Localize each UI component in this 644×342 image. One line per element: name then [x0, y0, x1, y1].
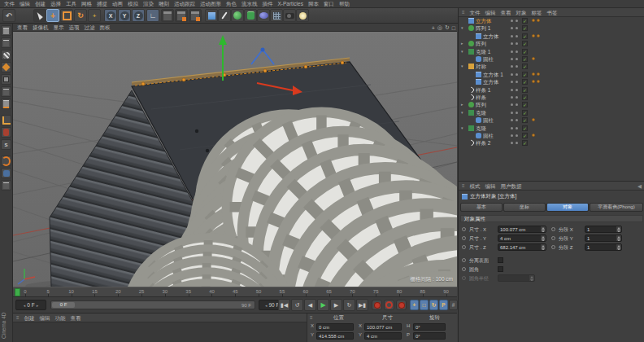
size-x-input[interactable]: 100.077 cm — [498, 226, 546, 233]
object-label[interactable]: 对称 — [476, 63, 486, 70]
animation-dot[interactable] — [551, 227, 555, 231]
prev-frame-button[interactable]: ◀ — [304, 299, 316, 311]
menu-item[interactable]: 编辑 — [20, 0, 30, 7]
size-y-input[interactable]: 4 cm — [498, 235, 546, 242]
segments-x-input[interactable]: 1 — [585, 226, 622, 233]
coordinate-system-button[interactable]: ∟ — [146, 9, 159, 22]
object-label[interactable]: 阵列 — [476, 40, 486, 47]
object-row[interactable]: ▾对称✓ — [459, 63, 644, 70]
editor-visibility-dot[interactable] — [511, 35, 513, 37]
spinner[interactable] — [540, 226, 546, 232]
expand-icon[interactable]: ▾ — [461, 49, 463, 54]
separate-surfaces-checkbox[interactable] — [498, 257, 503, 263]
menu-item[interactable]: 帮助 — [339, 0, 350, 7]
rot-p-field[interactable]: 0° — [413, 332, 446, 340]
camera-button[interactable] — [283, 9, 296, 22]
timeline-scrubber[interactable] — [15, 288, 20, 296]
object-label[interactable]: 阵列 — [476, 101, 486, 108]
render-view-button[interactable] — [161, 9, 174, 22]
texture-tag[interactable] — [537, 72, 540, 76]
viewport-menu-item[interactable]: 查看 — [17, 24, 28, 31]
frame-increment-icon[interactable]: ▸ — [37, 303, 39, 308]
make-editable-button[interactable] — [1, 25, 11, 36]
spinner[interactable] — [616, 235, 621, 241]
menu-item[interactable]: 插件 — [263, 0, 273, 7]
enabled-check[interactable]: ✓ — [522, 49, 528, 55]
editor-visibility-dot[interactable] — [511, 20, 513, 22]
enabled-check[interactable]: ✓ — [522, 117, 528, 123]
object-label[interactable]: 立方体 1 — [483, 71, 503, 78]
segments-z-input[interactable]: 1 — [585, 243, 622, 251]
object-row[interactable]: ▸阵列✓ — [459, 101, 644, 108]
deformer-button[interactable] — [244, 9, 257, 22]
menu-item[interactable]: 模拟 — [128, 0, 138, 7]
object-label[interactable]: 立方体 — [476, 17, 492, 24]
frame-decrement-icon[interactable]: ◂ — [24, 303, 26, 308]
menu-item[interactable]: 捕捉 — [97, 0, 107, 7]
menu-item[interactable]: 工具 — [66, 0, 76, 7]
enabled-check[interactable]: ✓ — [522, 64, 528, 69]
mograph-button[interactable] — [270, 9, 283, 22]
object-label[interactable]: 克隆 — [476, 125, 486, 132]
viewport-menu-item[interactable]: 显示 — [54, 24, 64, 31]
editor-visibility-dot[interactable] — [511, 119, 513, 121]
next-key-button[interactable]: ↻ — [343, 299, 355, 311]
enabled-check[interactable]: ✓ — [522, 140, 528, 146]
enable-axis-button[interactable] — [1, 115, 11, 125]
enabled-check[interactable]: ✓ — [522, 33, 528, 39]
snap-button[interactable]: S — [1, 139, 11, 150]
editor-visibility-dot[interactable] — [511, 89, 513, 91]
rot-h-field[interactable]: 0° — [413, 323, 446, 331]
editor-visibility-dot[interactable] — [511, 81, 513, 83]
plugin-blue-button[interactable] — [1, 168, 11, 178]
zoom-view-icon[interactable]: ◎ — [437, 24, 442, 31]
lock-x-button[interactable]: X — [104, 9, 117, 22]
object-row[interactable]: ▸阵列✓ — [459, 40, 644, 47]
fillet-checkbox[interactable] — [498, 266, 503, 272]
render-visibility-dot[interactable] — [516, 58, 518, 60]
range-slider-grip[interactable]: 0 F — [52, 302, 75, 308]
scale-tool[interactable] — [60, 9, 73, 22]
render-visibility-dot[interactable] — [516, 96, 518, 99]
menu-item[interactable]: 文件 — [4, 0, 15, 7]
menu-item[interactable]: 网格 — [81, 0, 92, 7]
om-menu-item[interactable]: 查看 — [501, 9, 511, 16]
panel-menu-icon[interactable]: ≡ — [310, 315, 313, 320]
render-visibility-dot[interactable] — [516, 127, 518, 129]
render-visibility-dot[interactable] — [516, 89, 518, 91]
object-row[interactable]: 样条 2✓ — [459, 139, 644, 147]
undo-button[interactable]: ↶ — [2, 9, 15, 22]
animation-dot[interactable] — [462, 258, 466, 262]
spinner[interactable] — [616, 244, 621, 250]
expand-icon[interactable]: ▾ — [461, 64, 463, 68]
enabled-check[interactable]: ✓ — [522, 79, 528, 85]
object-row[interactable]: 圆柱✓ — [459, 132, 644, 139]
menu-item[interactable]: 选择 — [50, 0, 61, 7]
render-visibility-dot[interactable] — [516, 65, 518, 68]
render-visibility-dot[interactable] — [516, 42, 518, 45]
size-x-field[interactable]: 100.077 cm — [364, 323, 402, 331]
texture-tag[interactable] — [537, 19, 540, 22]
object-label[interactable]: 圆柱 — [483, 55, 494, 63]
object-row[interactable]: ▾阵列 1✓ — [459, 24, 644, 32]
enabled-check[interactable]: ✓ — [522, 18, 528, 24]
object-label[interactable]: 样条 2 — [476, 139, 490, 147]
keyframe-selection-button[interactable] — [396, 300, 407, 310]
autokey-button[interactable] — [384, 300, 394, 310]
last-tool-button[interactable]: + — [88, 9, 101, 22]
texture-tag[interactable] — [537, 34, 540, 37]
enabled-check[interactable]: ✓ — [522, 25, 528, 31]
render-visibility-dot[interactable] — [516, 134, 518, 137]
pan-view-icon[interactable]: + — [432, 25, 435, 31]
add-primitive-button[interactable] — [205, 9, 218, 22]
current-frame-field[interactable]: ◂0 F▸ — [15, 300, 46, 310]
axis-lock-button[interactable] — [1, 127, 11, 138]
segments-y-input[interactable]: 1 — [585, 235, 622, 242]
workplane-mode-button[interactable] — [1, 62, 11, 72]
menu-item[interactable]: 流水线 — [242, 0, 258, 7]
texture-tag[interactable] — [537, 80, 540, 83]
material-menu-item[interactable]: 功能 — [55, 314, 66, 322]
object-label[interactable]: 克隆 — [476, 109, 486, 116]
menu-item[interactable]: 运动图形 — [200, 0, 221, 7]
object-row[interactable]: 样条 1✓ — [459, 86, 644, 94]
